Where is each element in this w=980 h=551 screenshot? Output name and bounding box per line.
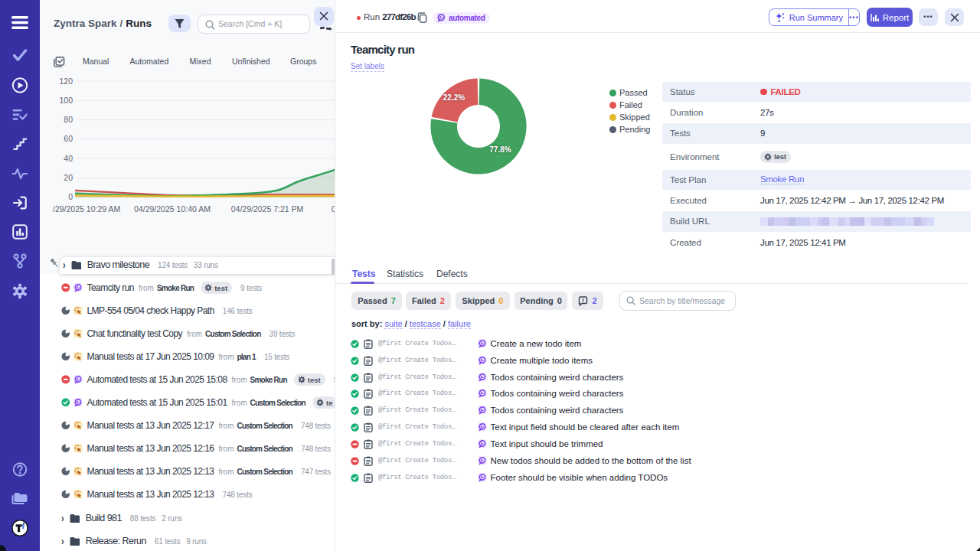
- svg-text:/29/2025 10:29 AM: /29/2025 10:29 AM: [53, 204, 120, 214]
- svg-text:04/29/2025 7:21 PM: 04/29/2025 7:21 PM: [231, 204, 304, 214]
- svg-text:77.8%: 77.8%: [489, 145, 511, 154]
- svg-text:100: 100: [59, 96, 73, 105]
- svg-text:22.2%: 22.2%: [443, 93, 465, 102]
- svg-text:60: 60: [64, 134, 73, 143]
- svg-text:04: 04: [332, 204, 335, 214]
- svg-text:20: 20: [64, 173, 73, 182]
- svg-text:120: 120: [59, 77, 73, 86]
- svg-text:04/29/2025 10:40 AM: 04/29/2025 10:40 AM: [134, 204, 211, 214]
- svg-text:40: 40: [64, 154, 73, 163]
- svg-text:80: 80: [64, 115, 73, 124]
- svg-text:0: 0: [68, 192, 73, 201]
